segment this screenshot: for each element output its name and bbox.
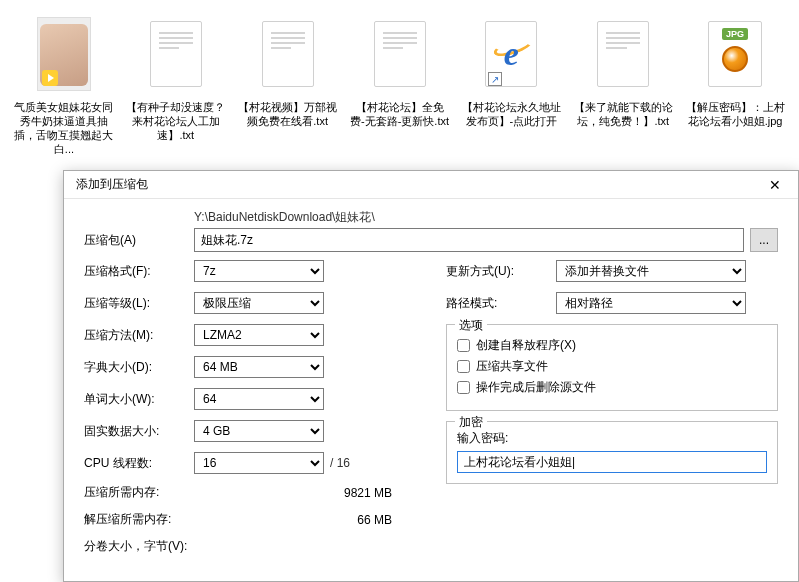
encryption-title: 加密 bbox=[455, 414, 487, 431]
password-label: 输入密码: bbox=[457, 430, 767, 447]
jpg-icon: JPG bbox=[708, 21, 762, 87]
archive-name-input[interactable] bbox=[194, 228, 744, 252]
file-label: 【村花论坛永久地址发布页】-点此打开 bbox=[461, 100, 561, 128]
add-to-archive-dialog: 添加到压缩包 ✕ Y:\BaiduNetdiskDownload\姐妹花\ 压缩… bbox=[63, 170, 799, 582]
mem-decompress-value: 66 MB bbox=[194, 513, 416, 527]
solid-select[interactable]: 4 GB bbox=[194, 420, 324, 442]
archive-path: Y:\BaiduNetdiskDownload\姐妹花\ bbox=[194, 209, 778, 226]
file-item[interactable]: 【来了就能下载的论坛，纯免费！】.txt bbox=[573, 14, 673, 156]
file-item[interactable]: 【村花论坛】全免费-无套路-更新快.txt bbox=[350, 14, 450, 156]
mem-compress-value: 9821 MB bbox=[194, 486, 416, 500]
titlebar: 添加到压缩包 ✕ bbox=[64, 171, 798, 199]
options-title: 选项 bbox=[455, 317, 487, 334]
level-select[interactable]: 极限压缩 bbox=[194, 292, 324, 314]
pathmode-select[interactable]: 相对路径 bbox=[556, 292, 746, 314]
dialog-title: 添加到压缩包 bbox=[76, 176, 148, 193]
dict-select[interactable]: 64 MB bbox=[194, 356, 324, 378]
delete-checkbox[interactable]: 操作完成后删除源文件 bbox=[457, 379, 767, 396]
pathmode-label: 路径模式: bbox=[446, 295, 556, 312]
dict-label: 字典大小(D): bbox=[84, 359, 194, 376]
password-input[interactable] bbox=[457, 451, 767, 473]
file-label: 【解压密码】：上村花论坛看小姐姐.jpg bbox=[685, 100, 785, 128]
split-label: 分卷大小，字节(V): bbox=[84, 538, 194, 555]
file-item[interactable]: 【有种子却没速度？来村花论坛人工加速】.txt bbox=[126, 14, 226, 156]
file-item[interactable]: JPG 【解压密码】：上村花论坛看小姐姐.jpg bbox=[685, 14, 785, 156]
file-label: 【来了就能下载的论坛，纯免费！】.txt bbox=[573, 100, 673, 128]
cpu-total: / 16 bbox=[330, 456, 350, 470]
update-select[interactable]: 添加并替换文件 bbox=[556, 260, 746, 282]
txt-icon bbox=[262, 21, 314, 87]
options-group: 选项 创建自释放程序(X) 压缩共享文件 操作完成后删除源文件 bbox=[446, 324, 778, 411]
left-column: 压缩格式(F):7z 压缩等级(L):极限压缩 压缩方法(M):LZMA2 字典… bbox=[84, 260, 416, 565]
update-label: 更新方式(U): bbox=[446, 263, 556, 280]
txt-icon bbox=[150, 21, 202, 87]
file-label: 气质美女姐妹花女同秀牛奶抹逼道具抽插，舌吻互摸翘起大白... bbox=[14, 100, 114, 156]
method-select[interactable]: LZMA2 bbox=[194, 324, 324, 346]
ie-shortcut-icon: e↗ bbox=[485, 21, 537, 87]
format-select[interactable]: 7z bbox=[194, 260, 324, 282]
cpu-label: CPU 线程数: bbox=[84, 455, 194, 472]
file-grid: 气质美女姐妹花女同秀牛奶抹逼道具抽插，舌吻互摸翘起大白... 【有种子却没速度？… bbox=[0, 0, 799, 162]
file-label: 【村花视频】万部视频免费在线看.txt bbox=[238, 100, 338, 128]
file-item[interactable]: 【村花视频】万部视频免费在线看.txt bbox=[238, 14, 338, 156]
mem-compress-label: 压缩所需内存: bbox=[84, 484, 194, 501]
right-column: 更新方式(U):添加并替换文件 路径模式:相对路径 选项 创建自释放程序(X) … bbox=[446, 260, 778, 565]
txt-icon bbox=[597, 21, 649, 87]
file-label: 【村花论坛】全免费-无套路-更新快.txt bbox=[350, 100, 450, 128]
sfx-checkbox[interactable]: 创建自释放程序(X) bbox=[457, 337, 767, 354]
format-label: 压缩格式(F): bbox=[84, 263, 194, 280]
cpu-select[interactable]: 16 bbox=[194, 452, 324, 474]
txt-icon bbox=[374, 21, 426, 87]
browse-button[interactable]: ... bbox=[750, 228, 778, 252]
level-label: 压缩等级(L): bbox=[84, 295, 194, 312]
word-label: 单词大小(W): bbox=[84, 391, 194, 408]
file-item[interactable]: e↗ 【村花论坛永久地址发布页】-点此打开 bbox=[461, 14, 561, 156]
video-thumbnail-icon bbox=[37, 17, 91, 91]
encryption-group: 加密 输入密码: bbox=[446, 421, 778, 484]
archive-label: 压缩包(A) bbox=[84, 232, 194, 249]
shortcut-arrow-icon: ↗ bbox=[488, 72, 502, 86]
solid-label: 固实数据大小: bbox=[84, 423, 194, 440]
mem-decompress-label: 解压缩所需内存: bbox=[84, 511, 194, 528]
file-item[interactable]: 气质美女姐妹花女同秀牛奶抹逼道具抽插，舌吻互摸翘起大白... bbox=[14, 14, 114, 156]
word-select[interactable]: 64 bbox=[194, 388, 324, 410]
method-label: 压缩方法(M): bbox=[84, 327, 194, 344]
file-label: 【有种子却没速度？来村花论坛人工加速】.txt bbox=[126, 100, 226, 142]
close-button[interactable]: ✕ bbox=[758, 174, 792, 196]
share-checkbox[interactable]: 压缩共享文件 bbox=[457, 358, 767, 375]
